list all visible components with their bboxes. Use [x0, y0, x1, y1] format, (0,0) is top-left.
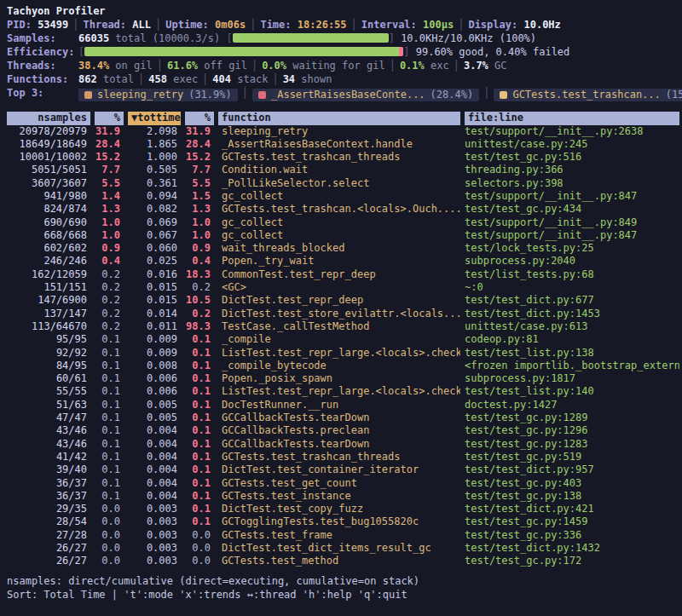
direct-pct-cell: 0.1 — [95, 424, 124, 437]
file-cell: test/test_list.py:138 — [465, 347, 679, 360]
function-cell: Popen._posix_spawn — [218, 372, 460, 385]
thread-stat: 0.0% waiting for gil — [262, 60, 385, 72]
thread-stat-label: GC — [494, 60, 506, 72]
nsamples-cell: 36/37 — [7, 477, 90, 490]
top3-function-name: GCTests.test_trashcan... — [512, 89, 660, 102]
function-cell: _AssertRaisesBaseContext.handle — [218, 138, 460, 151]
thread-stat-label: waiting for gil — [292, 60, 384, 72]
cumulative-pct-cell: 0.1 — [185, 347, 214, 360]
nsamples-cell: 941/980 — [7, 190, 90, 203]
tottime-cell: 0.004 — [128, 490, 181, 503]
functions-label: Functions: — [7, 73, 78, 87]
cumulative-pct-cell: 0.1 — [185, 451, 214, 463]
top3-chip: GCTests.test_trashcan...(15.2%) — [494, 89, 682, 101]
efficiency-bar-good — [84, 47, 399, 56]
tottime-cell: 1.000 — [128, 151, 181, 164]
table-row: 55/550.10.0060.1ListTest.test_repr_large… — [7, 385, 682, 398]
time-label: Time: — [260, 19, 291, 31]
nsamples-cell: 26/27 — [7, 542, 90, 555]
nsamples-cell: 113/64670 — [7, 320, 90, 333]
function-stat: 862 total — [78, 73, 134, 85]
thread-stat: 0.1% exc — [400, 60, 449, 72]
function-stat: 404 stack — [212, 73, 268, 85]
direct-pct-cell: 31.9 — [95, 125, 124, 138]
time-value: 18:26:55 — [298, 19, 347, 31]
function-cell: DictTest.test_dict_items_result_gc — [218, 542, 460, 555]
table-body: 20978/2097931.92.09831.9sleeping_retryte… — [7, 125, 682, 568]
table-row: 18649/1864928.41.86528.4_AssertRaisesBas… — [7, 138, 682, 151]
nsamples-cell: 3607/3607 — [7, 177, 90, 190]
file-cell: test/support/__init__.py:847 — [465, 229, 679, 242]
nsamples-cell: 20978/20979 — [7, 125, 90, 138]
file-cell: test/test_gc.py:403 — [465, 477, 679, 490]
cumulative-pct-cell: 15.2 — [185, 151, 214, 164]
cumulative-pct-cell: 0.1 — [185, 385, 214, 398]
direct-pct-cell: 0.2 — [95, 320, 124, 333]
tottime-cell: 0.004 — [128, 451, 181, 463]
file-cell: doctest.py:1427 — [465, 399, 679, 412]
function-stat-label: exec — [173, 73, 198, 85]
separator: │ — [458, 19, 464, 31]
tottime-cell: 0.004 — [128, 424, 181, 437]
cumulative-pct-cell: 1.3 — [185, 203, 214, 216]
column-header-cumulative-pct[interactable]: % — [185, 112, 214, 125]
thread-stat-label: off gil — [204, 60, 247, 72]
file-cell: test/test_gc.py:434 — [465, 203, 679, 216]
tottime-cell: 0.009 — [128, 333, 181, 346]
direct-pct-cell: 1.3 — [95, 203, 124, 216]
direct-pct-cell: 0.0 — [95, 542, 124, 555]
direct-pct-cell: 1.0 — [95, 229, 124, 242]
table-row: 60/610.10.0060.1Popen._posix_spawnsubpro… — [7, 372, 682, 385]
column-header-file[interactable]: file:line — [465, 112, 679, 125]
nsamples-cell: 92/92 — [7, 347, 90, 360]
separator: │ — [138, 73, 144, 85]
function-cell: wait_threads_blocked — [218, 242, 460, 255]
nsamples-cell: 137/147 — [7, 308, 90, 320]
cumulative-pct-cell: 0.1 — [185, 399, 214, 412]
top3-function-name: _AssertRaisesBaseConte... — [271, 89, 425, 102]
tottime-cell: 0.008 — [128, 360, 181, 372]
function-cell: GCTests.test_get_count — [218, 477, 460, 490]
column-header-function[interactable]: function — [218, 112, 460, 125]
file-cell: codeop.py:81 — [465, 333, 679, 346]
thread-stat-label: on gil — [115, 60, 152, 72]
file-cell: test/test_dict.py:677 — [465, 294, 679, 307]
uptime-label: Uptime: — [165, 19, 209, 31]
interval-label: Interval: — [361, 19, 417, 31]
function-stat-label: total — [103, 73, 134, 85]
file-cell: test/test_dict.py:421 — [465, 503, 679, 515]
file-cell: test/test_gc.py:1283 — [465, 438, 679, 451]
file-cell: threading.py:366 — [465, 164, 679, 176]
file-cell: test/support/__init__.py:849 — [465, 216, 679, 229]
table-row: 51/630.10.0050.1DocTestRunner.__rundocte… — [7, 399, 682, 412]
thread-value: ALL — [132, 19, 151, 31]
table-row: 10001/1000215.21.00015.2GCTests.test_tra… — [7, 151, 682, 164]
tottime-cell: 0.005 — [128, 412, 181, 424]
function-cell: TestCase._callTestMethod — [218, 320, 460, 333]
direct-pct-cell: 28.4 — [95, 138, 124, 151]
table-row: 36/370.10.0040.1GCTests.test_get_countte… — [7, 477, 682, 490]
direct-pct-cell: 0.1 — [95, 372, 124, 385]
table-row: 162/120590.20.01618.3CommonTest.test_rep… — [7, 268, 682, 281]
tottime-cell: 0.006 — [128, 385, 181, 398]
cumulative-pct-cell: 0.0 — [185, 555, 214, 567]
thread-stat: 38.4% on gil — [78, 60, 153, 72]
efficiency-line: Efficiency:[] 99.60% good, 0.40% failed — [7, 46, 682, 60]
table-row: 113/646700.20.01198.3TestCase._callTestM… — [7, 320, 682, 333]
tottime-cell: 0.060 — [128, 242, 181, 255]
column-header-tottime-sorted[interactable]: ▼tottime — [128, 112, 181, 125]
direct-pct-cell: 0.4 — [95, 255, 124, 268]
function-cell: ListTest.test_repr_large.<locals>.check — [218, 385, 460, 398]
nsamples-cell: 824/874 — [7, 203, 90, 216]
bracket: [ — [226, 32, 232, 44]
table-row: 690/6901.00.0691.0gc_collecttest/support… — [7, 216, 682, 229]
tottime-cell: 0.009 — [128, 347, 181, 360]
bracket: ] — [389, 32, 395, 44]
direct-pct-cell: 15.2 — [95, 151, 124, 164]
status-bar: PID: 53499│Thread: ALL│Uptime: 0m06s│Tim… — [7, 19, 682, 32]
tottime-cell: 0.003 — [128, 555, 181, 567]
column-header-direct-pct[interactable]: % — [95, 112, 124, 125]
column-header-nsamples[interactable]: nsamples — [7, 112, 90, 125]
display-value: 10.0Hz — [523, 19, 560, 31]
tottime-cell: 0.015 — [128, 294, 181, 307]
